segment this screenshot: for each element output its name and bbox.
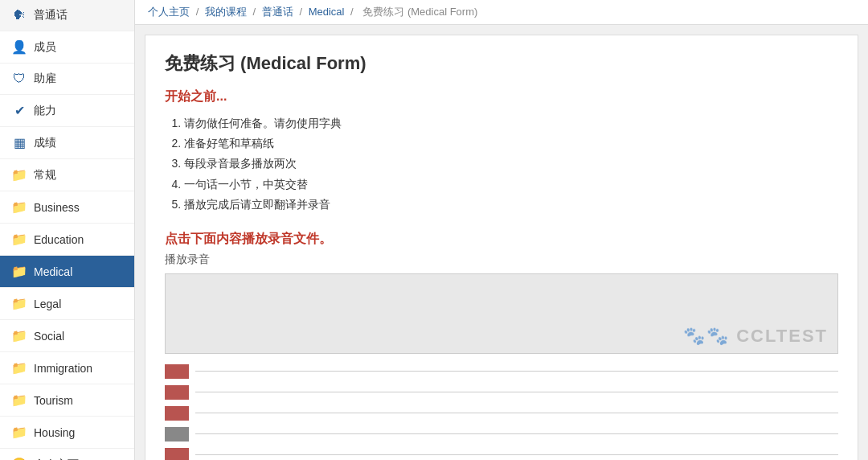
sidebar-label-profile: 个人主页 — [34, 458, 79, 461]
sidebar-label-assistant: 助雇 — [34, 72, 56, 86]
sidebar-icon-business: 📁 — [11, 199, 27, 215]
instruction-4: 一句话一小节，中英交替 — [184, 175, 838, 195]
sidebar-item-ability[interactable]: ✔能力 — [0, 95, 134, 127]
sidebar-item-putonghua[interactable]: 🗣普通话 — [0, 0, 134, 31]
breadcrumb-courses[interactable]: 我的课程 — [205, 6, 247, 18]
track-bar-3 — [165, 406, 189, 421]
sidebar-label-medical: Medical — [34, 265, 72, 278]
sidebar-label-business: Business — [34, 201, 80, 214]
instruction-3: 每段录音最多播放两次 — [184, 154, 838, 174]
track-line-1 — [195, 371, 838, 372]
sidebar-label-social: Social — [34, 330, 64, 343]
sidebar-label-members: 成员 — [34, 40, 56, 55]
breadcrumb-medical[interactable]: Medical — [309, 6, 345, 18]
sidebar-item-legal[interactable]: 📁Legal — [0, 288, 134, 320]
track-bar-5 — [165, 448, 189, 460]
sidebar-item-housing[interactable]: 📁Housing — [0, 417, 134, 449]
audio-tracks-list — [165, 362, 838, 460]
breadcrumb-putonghua[interactable]: 普通话 — [262, 6, 293, 18]
sidebar-label-grades: 成绩 — [34, 136, 56, 150]
sidebar-label-tourism: Tourism — [34, 394, 73, 407]
instruction-2: 准备好笔和草稿纸 — [184, 133, 838, 154]
sidebar-item-medical[interactable]: 📁Medical — [0, 256, 134, 288]
audio-track-4[interactable] — [165, 425, 838, 444]
instruction-5: 播放完成后请立即翻译并录音 — [184, 195, 838, 215]
track-line-4 — [195, 433, 838, 434]
sidebar-icon-education: 📁 — [11, 232, 27, 247]
track-line-5 — [195, 454, 838, 455]
audio-track-2[interactable] — [165, 383, 838, 402]
sidebar-item-assistant[interactable]: 🛡助雇 — [0, 64, 134, 95]
audio-track-1[interactable] — [165, 362, 838, 381]
breadcrumb-current: 免费练习 (Medical Form) — [362, 6, 477, 18]
instructions-list: 请勿做任何准备。请勿使用字典 准备好笔和草稿纸 每段录音最多播放两次 一句话一小… — [165, 113, 838, 215]
sidebar-item-grades[interactable]: ▦成绩 — [0, 127, 134, 159]
track-bar-1 — [165, 364, 189, 379]
instruction-1: 请勿做任何准备。请勿使用字典 — [184, 113, 838, 133]
page-title: 免费练习 (Medical Form) — [165, 51, 838, 76]
sidebar-icon-putonghua: 🗣 — [11, 8, 27, 23]
sidebar-item-members[interactable]: 👤成员 — [0, 31, 134, 64]
sidebar-icon-legal: 📁 — [11, 296, 27, 311]
sidebar-icon-housing: 📁 — [11, 425, 27, 440]
sidebar: 🗣普通话👤成员🛡助雇✔能力▦成绩📁常规📁Business📁Education📁M… — [0, 0, 135, 460]
sidebar-icon-profile: 😊 — [11, 457, 27, 460]
watermark: 🐾🐾 CCLTEST — [683, 326, 828, 347]
sidebar-item-social[interactable]: 📁Social — [0, 320, 134, 352]
audio-track-3[interactable] — [165, 404, 838, 423]
before-section-title: 开始之前... — [165, 88, 838, 105]
sidebar-item-tourism[interactable]: 📁Tourism — [0, 384, 134, 417]
sidebar-icon-rules: 📁 — [11, 167, 27, 183]
breadcrumb-home[interactable]: 个人主页 — [148, 6, 190, 18]
sidebar-icon-grades: ▦ — [11, 135, 27, 150]
play-label: 播放录音 — [165, 253, 838, 267]
track-bar-4 — [165, 427, 189, 442]
click-instruction: 点击下面内容播放录音文件。 — [165, 231, 838, 248]
sidebar-label-immigration: Immigration — [34, 362, 92, 375]
sidebar-icon-tourism: 📁 — [11, 392, 27, 408]
sidebar-label-putonghua: 普通话 — [34, 8, 68, 23]
sidebar-label-housing: Housing — [34, 426, 75, 439]
sidebar-icon-ability: ✔ — [11, 103, 27, 118]
sidebar-item-rules[interactable]: 📁常规 — [0, 159, 134, 191]
track-line-2 — [195, 392, 838, 392]
sidebar-icon-social: 📁 — [11, 328, 27, 343]
track-line-3 — [195, 413, 838, 413]
audio-track-5[interactable] — [165, 446, 838, 460]
track-bar-2 — [165, 385, 189, 400]
sidebar-icon-medical: 📁 — [11, 264, 27, 279]
sidebar-item-immigration[interactable]: 📁Immigration — [0, 352, 134, 384]
sidebar-icon-immigration: 📁 — [11, 360, 27, 376]
sidebar-label-education: Education — [34, 233, 84, 246]
sidebar-label-legal: Legal — [34, 298, 61, 310]
audio-player[interactable]: 🐾🐾 CCLTEST — [165, 273, 838, 354]
sidebar-item-profile[interactable]: 😊个人主页 — [0, 449, 134, 460]
sidebar-icon-members: 👤 — [11, 39, 27, 55]
sidebar-label-rules: 常规 — [34, 168, 56, 183]
sidebar-item-business[interactable]: 📁Business — [0, 191, 134, 224]
sidebar-icon-assistant: 🛡 — [11, 72, 27, 86]
breadcrumb: 个人主页 / 我的课程 / 普通话 / Medical / 免费练习 (Medi… — [135, 0, 868, 25]
sidebar-label-ability: 能力 — [34, 104, 56, 118]
sidebar-item-education[interactable]: 📁Education — [0, 224, 134, 256]
main-content: 个人主页 / 我的课程 / 普通话 / Medical / 免费练习 (Medi… — [135, 0, 868, 460]
content-area: 免费练习 (Medical Form) 开始之前... 请勿做任何准备。请勿使用… — [145, 35, 858, 460]
